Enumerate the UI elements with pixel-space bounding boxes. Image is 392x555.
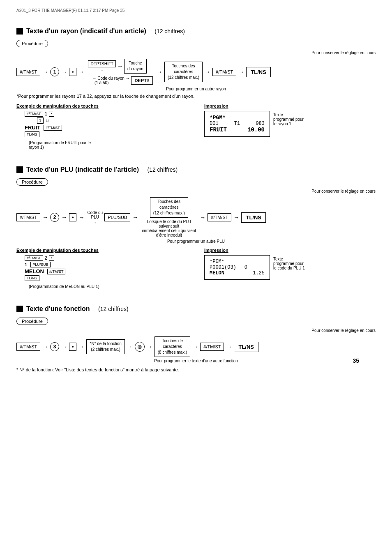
s2-melon-print: MELON [210,270,224,276]
s1-branch-top: DEPTSHIFT ↓ Touchedu rayon [88,59,153,74]
s1-k3: #/TM/ST [44,125,62,131]
section2-impression-col: Impression *PGM* P0001(O3)0 MELON 1.25 T… [204,248,376,280]
s3-arrow1 [41,343,49,350]
s1-dot: • [69,68,76,76]
s1-num1: 1 [50,67,59,76]
s1-deptshift-box: DEPTSHIFT [88,60,116,67]
section1-title-normal: (12 chiffres) [154,28,185,35]
s3-arrow2 [60,343,68,350]
s1-k2: • [49,111,54,117]
s1-hash-tmst-box: #/TM/ST [16,68,40,76]
s1-arrow6 [203,69,212,75]
section2-print-box: *PGM* P0001(O3)0 MELON 1.25 [204,255,270,280]
section2-prog-note: (Programmation de MELON au PLU 1) [29,284,188,289]
s2-num2: 2 [50,213,59,222]
section3-procedure-badge: Procédure [16,318,48,325]
section1-flow-row: #/TM/ST 1 • DEPTSHIFT ↓ [16,59,376,85]
s1-key-row2: 1 17 [37,117,188,124]
s2-plu-sub: PLU/SUB [104,213,130,221]
page-header: A201_3 FOR THE MANAGER(F) 01.11.7 2:17 P… [16,8,376,15]
s2-text-note: Texteprogrammé pourle code du PLU 1 [273,257,305,270]
s1-arrow2 [60,69,68,75]
s3-arrow5 [145,343,154,350]
section2-example-label: Exemple de manipulation des touches [16,248,188,253]
s1-chars-box: Touches descaractères(12 chiffres max.) [164,62,203,82]
section2: Texte d'un PLU (indicatif de l'article) … [16,166,376,290]
s1-pgm: *PGM* [210,115,265,121]
s2-arrow3 [77,214,85,221]
section2-top-note: Pour conserver le réglage en cours [311,189,376,193]
s2-arrow2 [60,214,68,221]
s1-branch: DEPTSHIFT ↓ Touchedu rayon → Code du ray… [88,59,153,85]
section1-title-bold: Texte d'un rayon (indicatif d'un article… [26,28,146,35]
section1: Texte d'un rayon (indicatif d'un article… [16,28,376,151]
s1-branch-bottom: → Code du rayon → (1 à 50) DEPT# [92,76,153,85]
section1-asterisk: *Pour programmer les rayons 17 à 32, app… [16,94,376,99]
section1-example-label: Exemple de manipulation des touches [16,104,188,108]
s2-melon-label: MELON [25,268,44,274]
section2-key-seq: #/TM/ST 2 • 1 PLU/SUB MELON #/TM/ST TL/N… [25,255,188,281]
s2-hash-tmst: #/TM/ST [16,213,40,221]
section3-flow-row: #/TM/ST 3 • *N° de la fonction(2 chiffre… [16,336,376,357]
section2-title: Texte d'un PLU (indicatif de l'article) … [16,166,376,173]
s2-key-row3: MELON #/TM/ST [25,268,188,274]
s3-dot: • [69,343,76,351]
section2-impression-label: Impression [204,248,376,253]
s2-k1: #/TM/ST [25,255,43,261]
s1-fruit-line: FRUIT10.00 [210,127,265,133]
s2-k4: #/TM/ST [47,269,66,274]
s2-arrow4 [131,214,139,221]
section1-print-box: *PGM* DO1T1083 FRUIT10.00 [204,111,270,137]
section2-title-normal: (12 chiffres) [147,166,178,173]
s2-arrow5 [198,214,207,221]
s2-hash-tmst2: #/TM/ST [208,213,231,221]
s1-k4: TL/NS [25,131,39,137]
s2-p0001: P0001(O3)0 [210,265,265,270]
s1-dept-hash: DEPT# [131,76,153,85]
section3: Texte d'une fonction (12 chiffres) Procé… [16,305,376,372]
s2-k2: • [49,255,54,261]
s3-otimes: ⊗ [135,342,145,352]
s1-do1: DO1T1083 [210,121,265,127]
section1-bottom-note: Pour programmer un autre rayon [16,87,376,91]
section2-square [16,166,23,173]
s3-arrow6 [191,343,199,350]
s3-arrow4 [126,343,134,350]
s1-key-row1: #/TM/ST 1 • [25,111,188,117]
s2-k5: TL/NS [25,275,39,281]
section2-procedure-badge: Procédure [16,178,48,186]
section1-procedure-badge: Procédure [16,40,48,47]
section2-diagram: Pour conserver le réglage en cours #/TM/… [16,189,376,244]
section2-title-bold: Texte d'un PLU (indicatif de l'article) [26,166,139,173]
section3-title: Texte d'une fonction (12 chiffres) [16,305,376,313]
section1-top-note: Pour conserver le réglage en cours [311,51,376,55]
header-text: A201_3 FOR THE MANAGER(F) 01.11.7 2:17 P… [16,8,125,13]
section2-example-impression: Exemple de manipulation des touches #/TM… [16,248,376,290]
s3-hash-tmst2: #/TM/ST [200,343,224,351]
s2-tl-ns: TL/NS [241,212,266,223]
s3-arrow3 [77,343,85,350]
section2-flow-row: #/TM/ST 2 • Code duPLU → PLU/SUB Touches… [16,197,376,237]
section3-bottom-note: Pour programmer le texte d'une autre fon… [16,359,376,363]
s2-chars-box: Touches descaractères(12 chiffres max.) [150,197,188,218]
s2-k3: PLU/SUB [30,262,51,267]
s3-arrow7 [225,343,233,350]
s2-key-row4: TL/NS [25,275,188,281]
page-number: 35 [353,357,359,364]
section1-impression-label: Impression [204,104,376,108]
s1-arrow3 [77,69,85,75]
s1-tl-ns: TL/NS [246,67,271,77]
section3-title-bold: Texte d'une fonction [26,305,90,313]
section1-title: Texte d'un rayon (indicatif d'un article… [16,28,376,35]
section1-prog-note: (Programmation de FRUIT pour lerayon 1) [29,140,188,150]
section1-example-col: Exemple de manipulation des touches #/TM… [16,104,188,151]
section3-top-note: Pour conserver le réglage en cours [311,328,376,333]
s3-hash-tmst: #/TM/ST [16,343,40,351]
section3-square [16,306,23,312]
s1-hash-tmst2: #/TM/ST [212,68,236,76]
section3-diagram: Pour conserver le réglage en cours #/TM/… [16,328,376,363]
s1-arrow4 [116,63,124,69]
s1-k1: #/TM/ST [25,111,43,117]
section3-star-note: * N° de la fonction: Voir "Liste des tex… [16,367,376,372]
section1-impression-col: Impression *PGM* DO1T1083 FRUIT10.00 Tex… [204,104,376,137]
